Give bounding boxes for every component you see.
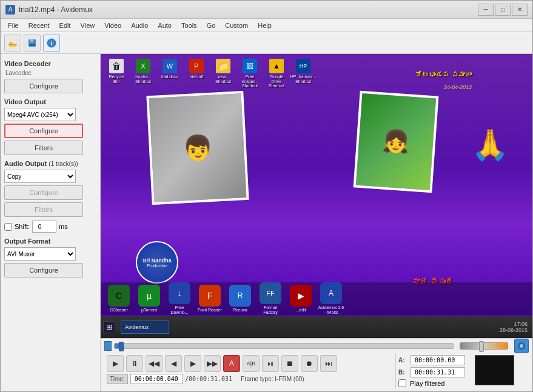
time-label: Time: <box>107 374 128 384</box>
menu-auto[interactable]: Auto <box>153 19 176 32</box>
menu-bar: File Recent Edit View Video Audio Auto T… <box>1 19 532 32</box>
bottom-controls: ▶ ⏸ ◀◀ ◀ ▶ ▶▶ A A|B ⏯ ⏹ ⏺ ⏭ <box>101 338 532 391</box>
volume-track[interactable] <box>460 342 508 350</box>
photo-bw: 👦 <box>149 93 252 214</box>
app-avidemux: A Avidemux 2.6 - 64bits <box>318 282 344 314</box>
window-title: trial12.mp4 - Avidemux <box>19 5 478 14</box>
fast-forward-button[interactable]: ▶▶ <box>204 355 221 372</box>
menu-help[interactable]: Help <box>253 19 277 32</box>
play-filtered-label: Play filtered <box>410 380 444 387</box>
output-format-select-container: AVI Muxer <box>4 247 96 261</box>
output-format-select[interactable]: AVI Muxer <box>4 247 76 261</box>
configure-output-button[interactable]: Configure <box>4 263 83 277</box>
desktop-taskbar-apps: C CCleaner µ µTorrent ↓ Free Downlo... <box>101 282 532 315</box>
title-bar: A trial12.mp4 - Avidemux ─ □ ✕ <box>1 1 532 19</box>
app-ccleaner: C CCleaner <box>106 285 132 313</box>
system-taskbar: ⊞ Avidemux 17:0628-08-2015 <box>101 316 532 338</box>
minimize-button[interactable]: ─ <box>478 4 494 16</box>
app-recuva: R Recuva <box>227 285 253 313</box>
desktop-icon-word: W trial.docx <box>159 59 181 88</box>
video-content: 🗑 Recycle Bin X try.xlsx - Shortcut W tr… <box>101 54 532 338</box>
desktop-icon-folder: 📁 new - Shortcut <box>212 59 234 88</box>
app-freedownload: ↓ Free Downlo... <box>166 282 193 314</box>
toolbar-info[interactable]: i <box>43 35 60 51</box>
toolbar-save[interactable] <box>24 35 41 51</box>
logo-circle: Sri Nandha Productioz <box>136 241 178 284</box>
desktop-icons-top: 🗑 Recycle Bin X try.xlsx - Shortcut W tr… <box>106 59 314 88</box>
svg-rect-5 <box>29 44 35 46</box>
mini-preview <box>475 355 514 385</box>
telugu-text-date: 24-04-2012 <box>444 84 472 90</box>
total-time: /00:00:31.031 <box>185 376 232 382</box>
video-frame[interactable]: 🗑 Recycle Bin X try.xlsx - Shortcut W tr… <box>101 54 532 338</box>
app-icon: A <box>5 5 15 15</box>
menu-view[interactable]: View <box>76 19 100 32</box>
next-frame-button[interactable]: ▶ <box>184 355 201 372</box>
menu-file[interactable]: File <box>3 19 24 32</box>
start-marker[interactable] <box>104 341 112 351</box>
rewind-button[interactable]: ◀◀ <box>146 355 163 372</box>
toolbar-open[interactable] <box>4 35 21 51</box>
menu-edit[interactable]: Edit <box>55 19 76 32</box>
time-value: 00:00:00.040 <box>130 374 183 384</box>
filters-audio-button[interactable]: Filters <box>4 202 83 217</box>
bottom-left: ▶ ⏸ ◀◀ ◀ ▶ ▶▶ A A|B ⏯ ⏹ ⏺ ⏭ <box>104 353 395 389</box>
pause-button[interactable]: ⏸ <box>126 355 143 372</box>
telugu-text-1: కోటభండన సమారాం <box>415 71 472 78</box>
app-utorrent: µ µTorrent <box>136 285 163 313</box>
svg-text:i: i <box>51 40 53 47</box>
desktop-icon-images: 🖼 Free images - Shortcut <box>239 59 261 88</box>
menu-tools[interactable]: Tools <box>176 19 202 32</box>
lavcodec-label: Lavcodec <box>5 70 96 76</box>
video-output-select[interactable]: Mpeg4 AVC (x264) <box>4 108 76 121</box>
video-output-label: Video Output <box>4 98 96 105</box>
left-panel: Video Decoder Lavcodec Configure Video O… <box>1 54 101 391</box>
configure-audio-button[interactable]: Configure <box>4 185 83 200</box>
time-display: Time: 00:00:00.040 /00:00:31.031 Frame t… <box>107 374 393 384</box>
menu-video[interactable]: Video <box>99 19 126 32</box>
window-controls: ─ □ ✕ <box>478 4 528 16</box>
play-button[interactable]: ▶ <box>107 355 124 372</box>
progress-bar[interactable] <box>114 343 454 349</box>
prev-frame-button[interactable]: ◀ <box>165 355 182 372</box>
record-button[interactable]: ⏺ <box>301 355 318 372</box>
filters-video-button[interactable]: Filters <box>4 141 83 155</box>
play-filtered-checkbox[interactable] <box>398 379 406 387</box>
a-row: A: 00:00:00.00 <box>398 355 465 365</box>
menu-audio[interactable]: Audio <box>126 19 153 32</box>
bottom-section: ▶ ⏸ ◀◀ ◀ ▶ ▶▶ A A|B ⏯ ⏹ ⏺ ⏭ <box>104 353 529 389</box>
maximize-button[interactable]: □ <box>495 4 511 16</box>
stop-button[interactable]: ⏹ <box>281 355 298 372</box>
shift-input[interactable] <box>32 221 56 233</box>
output-format-label: Output Format <box>4 238 96 245</box>
menu-recent[interactable]: Recent <box>24 19 55 32</box>
svg-rect-2 <box>8 44 17 45</box>
volume-area <box>460 342 508 350</box>
main-content: Video Decoder Lavcodec Configure Video O… <box>1 54 532 391</box>
shift-checkbox[interactable] <box>4 223 12 231</box>
desktop-icon-recycle: 🗑 Recycle Bin <box>106 59 127 88</box>
desktop-icon-excel: X try.xlsx - Shortcut <box>132 59 154 88</box>
shift-label: Shift: <box>15 223 30 230</box>
indicator-button[interactable] <box>514 339 529 353</box>
audio-output-select[interactable]: Copy <box>4 170 76 183</box>
desktop-icon-pdf: P trial.pdf <box>186 59 207 88</box>
progress-bar-container <box>104 341 529 351</box>
a-value: 00:00:00.00 <box>411 355 465 365</box>
shift-row: Shift: ms <box>4 221 96 233</box>
menu-custom[interactable]: Custom <box>220 19 253 32</box>
a-label: A: <box>398 357 408 364</box>
step-button[interactable]: ⏯ <box>262 355 279 372</box>
mark-ab-button[interactable]: A|B <box>243 355 260 372</box>
close-button[interactable]: ✕ <box>512 4 528 16</box>
mark-a-button[interactable]: A <box>223 355 240 372</box>
configure-video-decoder-button[interactable]: Configure <box>4 79 83 93</box>
configure-video-output-button[interactable]: Configure <box>4 124 83 138</box>
video-area: 🗑 Recycle Bin X try.xlsx - Shortcut W tr… <box>101 54 532 391</box>
b-row: B: 00:00:31.31 <box>398 367 465 377</box>
video-output-select-container: Mpeg4 AVC (x264) <box>4 108 96 121</box>
b-value: 00:00:31.31 <box>411 367 465 377</box>
end-button[interactable]: ⏭ <box>320 355 337 372</box>
menu-go[interactable]: Go <box>202 19 221 32</box>
ms-label: ms <box>59 223 68 230</box>
